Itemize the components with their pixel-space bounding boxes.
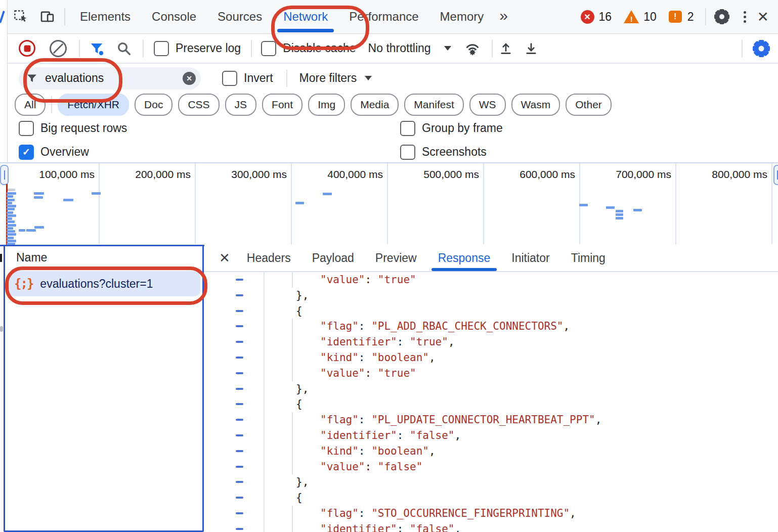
detail-tab-response[interactable]: Response (427, 245, 501, 271)
overview-request-bar (7, 211, 13, 214)
group-by-frame-checkbox[interactable] (400, 121, 415, 136)
close-detail-icon[interactable]: ✕ (219, 250, 230, 266)
code-fold-marker[interactable] (236, 466, 243, 468)
export-har-icon[interactable] (524, 41, 538, 56)
code-fold-marker[interactable] (236, 434, 243, 436)
chip-manifest[interactable]: Manifest (404, 94, 463, 116)
detail-tab-headers[interactable]: Headers (236, 245, 301, 271)
json-punctuation-token: : (397, 336, 410, 348)
screenshots-checkbox[interactable] (400, 145, 415, 160)
code-fold-marker[interactable] (236, 528, 243, 530)
chip-img[interactable]: Img (308, 94, 345, 116)
tab-console[interactable]: Console (141, 0, 207, 33)
code-fold-marker[interactable] (236, 325, 243, 327)
filter-input-pill[interactable]: ✕ (19, 67, 201, 90)
network-overview-timeline[interactable]: 100,000 ms200,000 ms300,000 ms400,000 ms… (0, 162, 778, 244)
code-line: "flag": "PL_UPDATE_CONNECTOR_HEARTBEAT_P… (204, 412, 778, 428)
code-fold-marker[interactable] (236, 497, 243, 499)
disable-cache-checkbox[interactable] (261, 41, 276, 56)
code-fold-marker[interactable] (236, 481, 243, 483)
chip-other[interactable]: Other (566, 94, 612, 116)
big-request-rows-checkbox[interactable] (19, 121, 34, 136)
close-devtools-icon[interactable]: ✕ (757, 9, 769, 25)
console-errors-icon[interactable]: ✕ (581, 10, 594, 24)
tab-performance[interactable]: Performance (338, 0, 429, 33)
inspect-element-icon[interactable] (14, 10, 28, 24)
overview-label: Overview (40, 145, 89, 159)
code-line: "identifier": "false", (204, 521, 778, 532)
chip-ws[interactable]: WS (469, 94, 506, 116)
chip-font[interactable]: Font (262, 94, 302, 116)
code-fold-marker[interactable] (236, 403, 243, 405)
json-punctuation-token: }, (296, 476, 309, 488)
indent-guide (292, 319, 293, 381)
overview-request-bar (7, 237, 14, 239)
json-punctuation-token: }, (296, 383, 309, 395)
tab-network[interactable]: Network (273, 0, 338, 33)
screenshots-option[interactable]: Screenshots (400, 145, 487, 160)
code-fold-marker[interactable] (236, 279, 243, 281)
chip-wasm[interactable]: Wasm (511, 94, 560, 116)
import-har-icon[interactable] (499, 41, 513, 56)
detail-tab-preview[interactable]: Preview (365, 245, 427, 271)
code-fold-marker[interactable] (236, 372, 243, 374)
overview-request-bar (26, 229, 36, 232)
request-row[interactable]: {;} evaluations?cluster=1 (7, 271, 200, 296)
chip-all[interactable]: All (15, 94, 46, 116)
tab-elements[interactable]: Elements (69, 0, 141, 33)
invert-checkbox[interactable] (222, 71, 237, 86)
throttling-select[interactable]: No throttling (368, 41, 431, 55)
selected-detail-tab-underline (431, 268, 497, 271)
filter-icon[interactable] (89, 41, 104, 56)
big-request-rows-option[interactable]: Big request rows (19, 121, 127, 136)
overview-checkbox[interactable]: ✓ (19, 145, 34, 160)
settings-gear-icon[interactable] (714, 9, 729, 24)
more-filters-button[interactable]: More filters (299, 71, 357, 85)
code-fold-marker[interactable] (236, 512, 243, 514)
overview-option[interactable]: ✓ Overview (19, 145, 89, 160)
tab-sources[interactable]: Sources (207, 0, 273, 33)
issues-count[interactable]: 2 (687, 10, 694, 24)
response-code[interactable]: "value": "true"},{"flag": "PL_ADD_RBAC_C… (204, 272, 778, 532)
group-by-frame-option[interactable]: Group by frame (400, 121, 503, 136)
more-options-icon[interactable] (744, 11, 746, 23)
code-fold-marker[interactable] (236, 388, 243, 390)
overview-left-handle[interactable] (0, 165, 9, 185)
code-fold-marker[interactable] (236, 294, 243, 296)
code-fold-marker[interactable] (236, 310, 243, 312)
clear-network-log-icon[interactable] (50, 40, 67, 57)
chip-media[interactable]: Media (351, 94, 399, 116)
request-list-header[interactable]: Name (5, 246, 202, 270)
issues-icon[interactable]: ! (669, 11, 682, 23)
more-filters-arrow-icon[interactable] (365, 76, 372, 80)
console-errors-count[interactable]: 16 (599, 10, 612, 24)
overview-request-bar (7, 202, 12, 204)
console-warnings-icon[interactable]: ! (624, 10, 639, 24)
code-fold-marker[interactable] (236, 341, 243, 343)
detail-tab-payload[interactable]: Payload (301, 245, 365, 271)
filter-text-input[interactable] (44, 71, 157, 85)
detail-tab-timing[interactable]: Timing (560, 245, 616, 271)
overview-right-handle[interactable] (773, 165, 778, 185)
detail-tab-initiator[interactable]: Initiator (501, 245, 560, 271)
network-settings-gear-icon[interactable] (753, 40, 770, 57)
tab-memory[interactable]: Memory (429, 0, 495, 33)
record-network-log-icon[interactable] (19, 40, 35, 57)
console-warnings-count[interactable]: 10 (643, 10, 657, 24)
clear-filter-icon[interactable]: ✕ (183, 72, 196, 85)
chip-doc[interactable]: Doc (135, 94, 172, 116)
more-tabs-icon[interactable]: » (499, 7, 507, 24)
search-icon[interactable] (116, 41, 132, 56)
overview-request-bar (34, 226, 44, 229)
code-fold-marker[interactable] (236, 450, 243, 452)
json-punctuation-token: , (570, 507, 576, 519)
chip-fetch-xhr[interactable]: Fetch/XHR (58, 94, 129, 116)
throttling-dropdown-arrow-icon[interactable] (444, 46, 451, 51)
device-toolbar-icon[interactable] (39, 10, 55, 24)
network-conditions-icon[interactable] (464, 41, 481, 56)
chip-css[interactable]: CSS (178, 94, 219, 116)
chip-js[interactable]: JS (225, 94, 257, 116)
code-fold-marker[interactable] (236, 419, 243, 421)
code-fold-marker[interactable] (236, 357, 243, 359)
preserve-log-checkbox[interactable] (154, 41, 169, 56)
